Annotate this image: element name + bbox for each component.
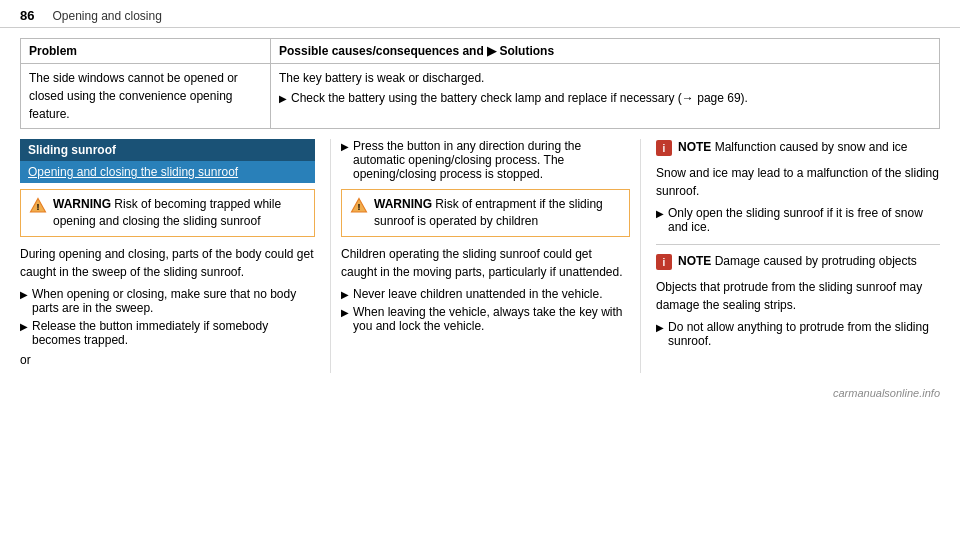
- right-bullet-2: ▶ Do not allow anything to protrude from…: [656, 320, 940, 348]
- center-intro-text: Press the button in any direction during…: [353, 139, 630, 181]
- warning-text-2: WARNING Risk of entrapment if the slidin…: [374, 196, 621, 230]
- warning-text-1: WARNING Risk of becoming trapped while o…: [53, 196, 306, 230]
- sliding-sunroof-header: Sliding sunroof: [20, 139, 315, 161]
- problem-table-header: Problem Possible causes/consequences and…: [21, 39, 939, 64]
- problem-cell-right: The key battery is weak or discharged. ▶…: [271, 64, 939, 128]
- or-text: or: [20, 353, 315, 367]
- problem-bullet-item: ▶ Check the battery using the battery ch…: [279, 89, 931, 107]
- note-icon-1: i: [656, 140, 672, 156]
- right-bullet-text-1: Only open the sliding sunroof if it is f…: [668, 206, 940, 234]
- right-bullet-1: ▶ Only open the sliding sunroof if it is…: [656, 206, 940, 234]
- arrow-bullet-icon: ▶: [341, 141, 349, 152]
- note-title-2: Damage caused by protruding objects: [715, 254, 917, 268]
- center-bullet-text-1: Never leave children unattended in the v…: [353, 287, 603, 301]
- warning-box-2: ! WARNING Risk of entrapment if the slid…: [341, 189, 630, 237]
- arrow-bullet-icon: ▶: [279, 91, 287, 106]
- center-bullet-1: ▶ Never leave children unattended in the…: [341, 287, 630, 301]
- warning-box-1: ! WARNING Risk of becoming trapped while…: [20, 189, 315, 237]
- right-bullet-text-2: Do not allow anything to protrude from t…: [668, 320, 940, 348]
- problem-bullet-text: Check the battery using the battery chec…: [291, 89, 748, 107]
- problem-cell-left: The side windows cannot be opened or clo…: [21, 64, 271, 128]
- warning-triangle-icon: !: [29, 197, 47, 215]
- center-body-text: Children operating the sliding sunroof c…: [341, 245, 630, 281]
- note-box-2: i NOTE Damage caused by protruding objec…: [656, 253, 940, 270]
- footer-watermark: carmanualsonline.info: [0, 383, 960, 403]
- arrow-bullet-icon: ▶: [20, 321, 28, 332]
- arrow-bullet-icon: ▶: [656, 322, 664, 333]
- page-header-title: Opening and closing: [52, 9, 161, 23]
- arrow-bullet-icon: ▶: [20, 289, 28, 300]
- center-bullet-intro: ▶ Press the button in any direction duri…: [341, 139, 630, 181]
- center-bullet-2: ▶ When leaving the vehicle, always take …: [341, 305, 630, 333]
- note-label-2: NOTE: [678, 254, 711, 268]
- left-bullet-text-2: Release the button immediately if somebo…: [32, 319, 315, 347]
- warning-label-1: WARNING: [53, 197, 111, 211]
- opening-closing-subheader: Opening and closing the sliding sunroof: [20, 161, 315, 183]
- right-body-text-1: Snow and ice may lead to a malfunction o…: [656, 164, 940, 200]
- left-bullet-1: ▶ When opening or closing, make sure tha…: [20, 287, 315, 315]
- problem-row: The side windows cannot be opened or clo…: [21, 64, 939, 128]
- page-number: 86: [20, 8, 34, 23]
- note-text-2: NOTE Damage caused by protruding objects: [678, 253, 917, 270]
- problem-table: Problem Possible causes/consequences and…: [20, 38, 940, 129]
- problem-col-header: Problem: [21, 39, 271, 63]
- problem-solution-text: The key battery is weak or discharged.: [279, 69, 931, 87]
- right-body-text-2: Objects that protrude from the sliding s…: [656, 278, 940, 314]
- arrow-bullet-icon: ▶: [656, 208, 664, 219]
- right-column: i NOTE Malfunction caused by snow and ic…: [640, 139, 940, 373]
- center-column: ▶ Press the button in any direction duri…: [330, 139, 640, 373]
- left-column: Sliding sunroof Opening and closing the …: [20, 139, 330, 373]
- left-bullet-2: ▶ Release the button immediately if some…: [20, 319, 315, 347]
- solutions-col-header: Possible causes/consequences and ▶ Solut…: [271, 39, 939, 63]
- note-icon-2: i: [656, 254, 672, 270]
- arrow-bullet-icon: ▶: [341, 307, 349, 318]
- right-divider: [656, 244, 940, 245]
- note-title-1: Malfunction caused by snow and ice: [715, 140, 908, 154]
- warning-triangle-icon-2: !: [350, 197, 368, 215]
- left-bullet-text-1: When opening or closing, make sure that …: [32, 287, 315, 315]
- note-label-1: NOTE: [678, 140, 711, 154]
- page-header: 86 Opening and closing: [0, 0, 960, 28]
- svg-text:!: !: [358, 202, 361, 212]
- left-body-text: During opening and closing, parts of the…: [20, 245, 315, 281]
- page: 86 Opening and closing Problem Possible …: [0, 0, 960, 533]
- warning-label-2: WARNING: [374, 197, 432, 211]
- center-bullet-text-2: When leaving the vehicle, always take th…: [353, 305, 630, 333]
- note-box-1: i NOTE Malfunction caused by snow and ic…: [656, 139, 940, 156]
- svg-text:!: !: [37, 202, 40, 212]
- main-content: Sliding sunroof Opening and closing the …: [0, 139, 960, 383]
- arrow-bullet-icon: ▶: [341, 289, 349, 300]
- note-text-1: NOTE Malfunction caused by snow and ice: [678, 139, 907, 156]
